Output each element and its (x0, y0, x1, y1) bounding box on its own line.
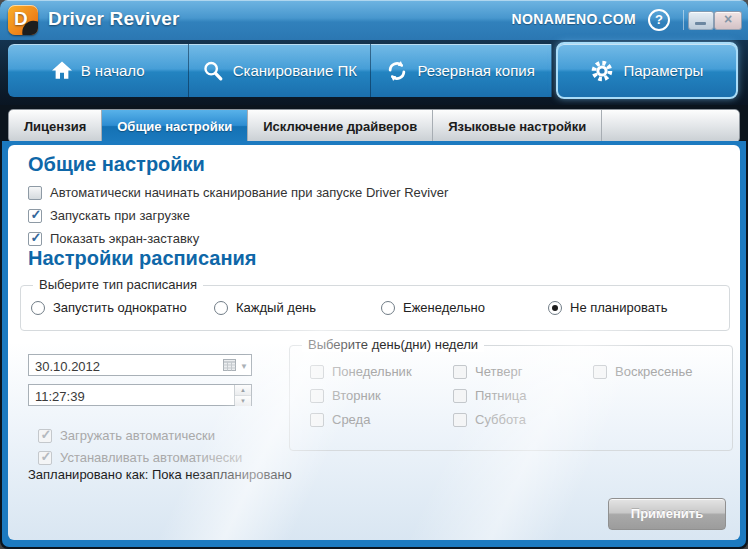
days-of-week-group: Выберите день(дни) недели Понедельник Вт… (289, 345, 733, 451)
schedule-type-group: Выберите тип расписания Запустить однокр… (20, 285, 730, 331)
checkbox-run-at-startup-box[interactable]: ✓ (28, 209, 42, 223)
tab-language-settings[interactable]: Языковые настройки (433, 110, 602, 142)
nav-settings-button[interactable]: Параметры (556, 42, 738, 99)
tab-strip: Лицензия Общие настройки Исключение драй… (8, 109, 740, 143)
checkbox-sunday-box (593, 365, 607, 379)
radio-run-once-label: Запустить однократно (53, 300, 187, 315)
title-bar: D Driver Reviver NONAMENO.COM ? × (0, 0, 748, 40)
app-window: D Driver Reviver NONAMENO.COM ? × В нача… (0, 0, 748, 549)
nav-home-button[interactable]: В начало (8, 44, 189, 97)
checkbox-auto-scan-box[interactable] (28, 186, 42, 200)
settings-panel: Общие настройки Автоматически начинать с… (8, 145, 740, 540)
tab-bar: Лицензия Общие настройки Исключение драй… (0, 105, 748, 141)
radio-every-day-circle[interactable] (214, 301, 228, 315)
checkbox-sunday: Воскресенье (593, 364, 692, 379)
nav-scan-label: Сканирование ПК (233, 62, 357, 79)
radio-weekly-circle[interactable] (381, 301, 395, 315)
checkbox-monday: Понедельник (310, 364, 412, 379)
days-group-label: Выберите день(дни) недели (302, 337, 484, 352)
nav-home-label: В начало (81, 62, 145, 79)
checkbox-install-auto: ✓ Устанавливать автоматически (38, 450, 242, 465)
checkbox-thursday: Четверг (453, 364, 522, 379)
content-frame: Общие настройки Автоматически начинать с… (2, 141, 746, 547)
check-icon: ✓ (29, 207, 43, 222)
nav-backup-button[interactable]: Резервная копия (371, 44, 552, 97)
nav-scan-button[interactable]: Сканирование ПК (189, 44, 370, 97)
checkbox-wednesday-box (310, 413, 324, 427)
radio-every-day-label: Каждый день (236, 300, 316, 315)
nav-backup-label: Резервная копия (417, 62, 534, 79)
radio-weekly-label: Еженедельно (403, 300, 485, 315)
minimize-button[interactable] (688, 11, 714, 30)
checkbox-thursday-box (453, 365, 467, 379)
checkbox-show-splash-box[interactable]: ✓ (28, 232, 42, 246)
time-spinner: ▲ ▼ (234, 385, 251, 405)
tab-strip-filler (602, 110, 739, 142)
checkbox-wednesday-label: Среда (332, 412, 370, 427)
check-icon: ✓ (29, 230, 43, 245)
checkbox-friday: Пятница (453, 388, 526, 403)
titlebar-divider (683, 10, 684, 30)
tab-language-settings-label: Языковые настройки (448, 119, 586, 134)
radio-run-once[interactable]: Запустить однократно (31, 300, 187, 315)
calendar-icon[interactable] (223, 357, 236, 375)
checkbox-install-auto-box: ✓ (38, 451, 52, 465)
checkbox-download-auto-box: ✓ (38, 429, 52, 443)
spinner-up-icon[interactable]: ▲ (235, 385, 251, 395)
tab-driver-exclusions-label: Исключение драйверов (263, 119, 417, 134)
checkbox-auto-scan[interactable]: Автоматически начинать сканирование при … (28, 185, 448, 200)
checkbox-tuesday-box (310, 389, 324, 403)
checkbox-install-auto-label: Устанавливать автоматически (60, 450, 242, 465)
gear-icon (590, 59, 614, 83)
apply-button[interactable]: Применить (608, 498, 726, 530)
checkbox-show-splash[interactable]: ✓ Показать экран-заставку (28, 231, 199, 246)
checkbox-download-auto: ✓ Загружать автоматически (38, 428, 215, 443)
app-title: Driver Reviver (48, 8, 180, 30)
radio-every-day[interactable]: Каждый день (214, 300, 316, 315)
checkbox-saturday-label: Суббота (475, 412, 526, 427)
radio-no-schedule[interactable]: Не планировать (548, 300, 667, 315)
radio-run-once-circle[interactable] (31, 301, 45, 315)
checkbox-friday-label: Пятница (475, 388, 526, 403)
checkbox-run-at-startup-label: Запускать при загрузке (50, 208, 190, 223)
radio-no-schedule-label: Не планировать (570, 300, 667, 315)
checkbox-run-at-startup[interactable]: ✓ Запускать при загрузке (28, 208, 190, 223)
checkbox-saturday: Суббота (453, 412, 526, 427)
radio-no-schedule-circle[interactable] (548, 301, 562, 315)
date-input[interactable] (33, 355, 207, 377)
spinner-down-icon[interactable]: ▼ (235, 395, 251, 406)
home-icon (52, 61, 72, 80)
radio-weekly[interactable]: Еженедельно (381, 300, 485, 315)
refresh-icon (386, 60, 408, 82)
close-button[interactable]: × (714, 11, 742, 30)
check-icon: ✓ (39, 449, 53, 464)
tab-license-label: Лицензия (24, 119, 86, 134)
checkbox-thursday-label: Четверг (475, 364, 522, 379)
help-icon[interactable]: ? (648, 9, 670, 31)
checkbox-tuesday: Вторник (310, 388, 381, 403)
app-logo-icon: D (8, 5, 38, 35)
brand-text: NONAMENO.COM (511, 11, 636, 27)
time-field[interactable]: ▲ ▼ (28, 384, 252, 406)
check-icon: ✓ (39, 427, 53, 442)
schedule-settings-heading: Настройки расписания (28, 247, 256, 270)
checkbox-tuesday-label: Вторник (332, 388, 381, 403)
time-input[interactable] (33, 385, 207, 407)
checkbox-monday-label: Понедельник (332, 364, 412, 379)
checkbox-show-splash-label: Показать экран-заставку (50, 231, 199, 246)
checkbox-sunday-label: Воскресенье (615, 364, 692, 379)
schedule-status-text: Запланировано как: Пока незапланировано (28, 467, 292, 482)
search-icon (202, 60, 224, 82)
nav-toolbar: В начало Сканирование ПК Резервная (0, 40, 748, 105)
tab-driver-exclusions[interactable]: Исключение драйверов (248, 110, 433, 142)
nav-settings-label: Параметры (623, 62, 703, 79)
date-field[interactable]: ▼ (28, 354, 252, 376)
tab-general-settings[interactable]: Общие настройки (102, 110, 248, 142)
checkbox-friday-box (453, 389, 467, 403)
checkbox-monday-box (310, 365, 324, 379)
checkbox-wednesday: Среда (310, 412, 370, 427)
chevron-down-icon[interactable]: ▼ (240, 362, 248, 371)
tab-license[interactable]: Лицензия (9, 110, 102, 142)
checkbox-auto-scan-label: Автоматически начинать сканирование при … (50, 185, 448, 200)
general-settings-heading: Общие настройки (28, 153, 205, 176)
